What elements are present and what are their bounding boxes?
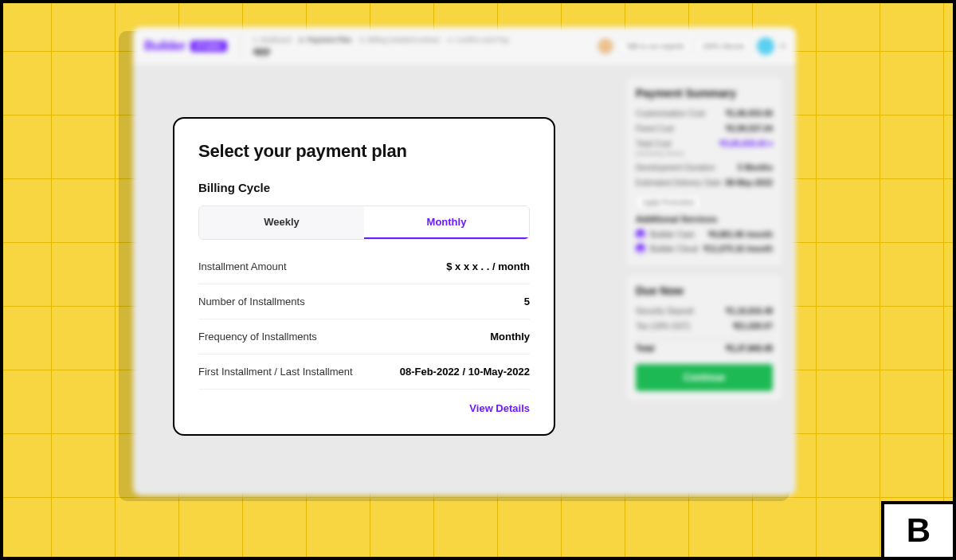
due-now-title: Due Now xyxy=(636,284,773,297)
chevron-down-icon[interactable]: ▾ xyxy=(781,41,785,50)
label: Total Cost (Including Taxes) xyxy=(636,139,684,157)
row-num-installments: Number of Installments 5 xyxy=(198,284,530,319)
label: Fixed Cost xyxy=(636,124,674,133)
additional-services-title: Additional Services xyxy=(636,214,773,224)
app-name: app xyxy=(253,45,509,57)
user-avatar-icon[interactable] xyxy=(757,37,774,55)
row-frequency: Frequency of Installments Monthly xyxy=(198,319,530,354)
breadcrumb: 1. Buildcard 2. Payment Plan 3. Billing … xyxy=(253,36,509,44)
modal-title: Select your payment plan xyxy=(198,141,530,162)
label: Estimated Delivery Date xyxy=(636,178,721,187)
service-row-care[interactable]: Builder Care ₹4,881.96 /month xyxy=(636,227,773,241)
label: Installment Amount xyxy=(198,260,287,272)
logo: Builder STUDIO xyxy=(144,39,227,53)
label: Number of Installments xyxy=(198,296,305,307)
billing-cycle-label: Billing Cycle xyxy=(198,181,530,194)
service-price: ₹11,075.16 /month xyxy=(703,245,773,253)
service-label: Builder Cloud xyxy=(650,245,698,253)
label: Customisation Cost xyxy=(636,109,705,118)
payment-summary-title: Payment Summary xyxy=(636,87,773,100)
crumb-2[interactable]: 2. Payment Plan xyxy=(299,36,351,44)
total-cost-value[interactable]: ₹5,85,835.00 ▾ xyxy=(719,139,773,157)
value: ₹1,96,933.00 xyxy=(726,109,773,118)
view-details-link[interactable]: View Details xyxy=(469,402,530,414)
logo-text: Builder xyxy=(144,39,186,53)
value: ₹1,16,816.48 xyxy=(726,307,773,315)
value: ₹1,37,843.45 xyxy=(726,344,773,353)
label: Tax (18% GST) xyxy=(636,322,690,331)
crumb-1[interactable]: 1. Buildcard xyxy=(253,36,292,44)
value: ₹2,99,537.04 xyxy=(726,124,773,133)
label: Total xyxy=(636,344,654,353)
divider xyxy=(240,34,241,58)
value: Monthly xyxy=(490,331,530,343)
secure-badge: 100% Secure xyxy=(696,39,750,53)
row-first-last: First Installment / Last Installment 08-… xyxy=(198,354,530,390)
value: 08-May-2022 xyxy=(726,178,773,187)
label: Security Deposit xyxy=(636,307,694,315)
label: First Installment / Last Installment xyxy=(198,366,353,378)
brand-corner-badge: B xyxy=(881,501,953,557)
value: $ x x x . . / month xyxy=(446,260,530,272)
due-now-panel: Due Now Security Deposit₹1,16,816.48 Tax… xyxy=(625,274,783,401)
service-label: Builder Care xyxy=(650,230,695,239)
expert-avatar-icon xyxy=(598,38,613,54)
billing-cycle-tabs: Weekly Monthly xyxy=(198,206,530,240)
row-installment-amount: Installment Amount $ x x x . . / month xyxy=(198,249,530,284)
service-row-cloud[interactable]: Builder Cloud ₹11,075.16 /month xyxy=(636,241,773,256)
value: 5 Months xyxy=(738,163,773,172)
tab-weekly[interactable]: Weekly xyxy=(199,206,364,239)
continue-button[interactable]: Continue xyxy=(636,364,773,391)
crumb-3[interactable]: 3. Billing Details/Contract xyxy=(359,36,440,44)
header-center: 1. Buildcard 2. Payment Plan 3. Billing … xyxy=(253,36,509,57)
crumb-4[interactable]: 4. Confirm and Pay xyxy=(448,36,509,44)
service-price: ₹4,881.96 /month xyxy=(708,230,773,239)
label: Development Duration xyxy=(636,163,715,172)
payment-plan-modal: Select your payment plan Billing Cycle W… xyxy=(173,117,555,436)
logo-badge: STUDIO xyxy=(190,41,227,52)
check-icon xyxy=(636,244,645,253)
value: 5 xyxy=(524,296,530,307)
tab-monthly[interactable]: Monthly xyxy=(364,206,529,239)
payment-summary-panel: Payment Summary Customisation Cost₹1,96,… xyxy=(625,76,783,266)
value: ₹21,026.97 xyxy=(733,322,774,331)
app-header: Builder STUDIO 1. Buildcard 2. Payment P… xyxy=(133,27,796,65)
value: 08-Feb-2022 / 10-May-2022 xyxy=(400,366,530,378)
talk-to-experts-button[interactable]: Talk to our experts xyxy=(620,39,690,53)
label: Frequency of Installments xyxy=(198,331,317,343)
apply-promotion-button[interactable]: Apply Promotion xyxy=(636,195,701,210)
check-icon xyxy=(636,229,645,239)
